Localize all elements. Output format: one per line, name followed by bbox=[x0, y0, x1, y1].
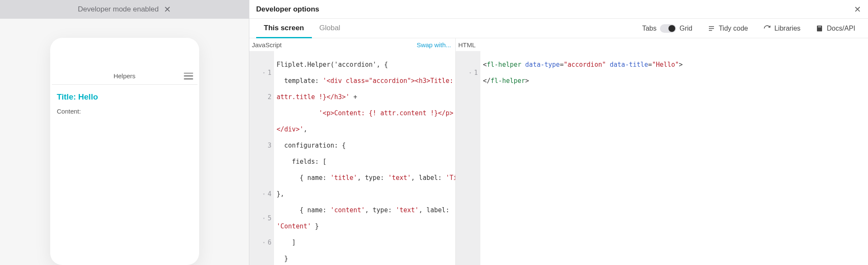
js-label: JavaScript bbox=[251, 41, 282, 48]
preview-area: Helpers Title: Hello Content: bbox=[0, 19, 249, 265]
panel-header: Developer options ✕ bbox=[249, 0, 868, 19]
phone-title: Helpers bbox=[52, 72, 197, 80]
developer-options-panel: Developer options ✕ This screen Global T… bbox=[249, 0, 868, 265]
libraries-label: Libraries bbox=[774, 25, 800, 32]
js-gutter: ▾1 2 3 ▾4 ▾5 ▾6 ▾7 8 9 10 bbox=[249, 51, 274, 265]
js-code[interactable]: Fliplet.Helper('accordion', { template: … bbox=[274, 51, 455, 265]
docs-label: Docs/API bbox=[827, 25, 855, 32]
html-editor-pane: HTML ▾1 <fl-helper data-type="accordion"… bbox=[456, 38, 868, 265]
phone-frame: Helpers Title: Hello Content: bbox=[50, 38, 199, 265]
phone-topbar: Helpers bbox=[52, 68, 197, 85]
docs-button[interactable]: Docs/API bbox=[810, 25, 861, 32]
html-code[interactable]: <fl-helper data-type="accordion" data-ti… bbox=[480, 51, 685, 265]
grid-label: Grid bbox=[680, 25, 692, 32]
panel-title: Developer options bbox=[256, 5, 319, 14]
toggle-switch[interactable] bbox=[660, 24, 676, 33]
libraries-button[interactable]: Libraries bbox=[757, 25, 806, 32]
book-icon bbox=[816, 25, 823, 32]
tidy-code-button[interactable]: Tidy code bbox=[702, 25, 754, 32]
tidy-label: Tidy code bbox=[719, 25, 748, 32]
editor-row: JavaScript Swap with... ▾1 2 3 ▾4 ▾5 ▾6 bbox=[249, 38, 868, 265]
html-code-area[interactable]: ▾1 <fl-helper data-type="accordion" data… bbox=[456, 51, 868, 265]
tabs-grid-toggle[interactable]: Tabs Grid bbox=[636, 24, 698, 33]
refresh-icon bbox=[763, 25, 771, 32]
close-icon[interactable]: ✕ bbox=[164, 5, 171, 14]
tab-this-screen[interactable]: This screen bbox=[256, 19, 312, 38]
html-label: HTML bbox=[457, 41, 476, 48]
svg-rect-3 bbox=[817, 26, 822, 31]
scope-tabs: This screen Global bbox=[256, 19, 348, 38]
accordion-body: Content: bbox=[57, 108, 192, 115]
html-gutter: ▾1 bbox=[456, 51, 480, 265]
menu-icon[interactable] bbox=[184, 73, 193, 80]
tabs-label: Tabs bbox=[642, 25, 657, 32]
html-editor-header: HTML bbox=[456, 38, 868, 51]
tab-global[interactable]: Global bbox=[312, 19, 348, 38]
close-icon[interactable]: ✕ bbox=[854, 4, 861, 14]
accordion-title: Title: Hello bbox=[57, 92, 192, 102]
dev-mode-label: Developer mode enabled bbox=[78, 5, 159, 14]
panel-toolbar: This screen Global Tabs Grid Tidy code L… bbox=[249, 19, 868, 38]
phone-content: Title: Hello Content: bbox=[52, 85, 197, 123]
js-code-area[interactable]: ▾1 2 3 ▾4 ▾5 ▾6 ▾7 8 9 10 bbox=[249, 51, 455, 265]
js-editor-header: JavaScript Swap with... bbox=[249, 38, 455, 51]
list-icon bbox=[708, 25, 715, 32]
preview-pane: Developer mode enabled ✕ Helpers Title: … bbox=[0, 0, 249, 265]
swap-with-link[interactable]: Swap with... bbox=[417, 41, 451, 48]
svg-rect-4 bbox=[818, 26, 822, 27]
js-editor-pane: JavaScript Swap with... ▾1 2 3 ▾4 ▾5 ▾6 bbox=[249, 38, 456, 265]
dev-mode-banner: Developer mode enabled ✕ bbox=[0, 0, 249, 19]
